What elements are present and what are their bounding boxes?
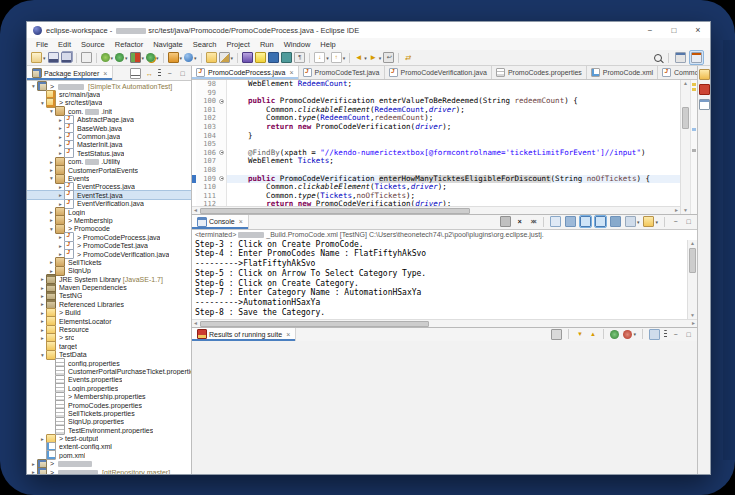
tree-expand-arrow[interactable]: ▸ xyxy=(57,184,64,190)
tree-expand-arrow[interactable]: ▸ xyxy=(48,159,55,165)
menu-navigate[interactable]: Navigate xyxy=(148,40,188,49)
console-remove-all-terminated-button[interactable]: ×× xyxy=(527,215,538,228)
tree-item[interactable]: ▸> PromoCodeVerification.java xyxy=(27,250,191,258)
menu-run[interactable]: Run xyxy=(255,40,279,49)
scroll-right-icon[interactable]: ► xyxy=(674,207,679,214)
pe-maximize-view-button[interactable]: □ xyxy=(177,67,188,80)
tb-last-edit-location-button[interactable]: ↩ xyxy=(382,51,395,64)
tree-item[interactable]: ▾TestData xyxy=(27,351,191,359)
close-button[interactable]: × xyxy=(686,22,710,38)
tree-item[interactable]: ▸Common.java xyxy=(27,132,191,140)
tb-back-history-button[interactable]: ◄▾ xyxy=(353,51,368,64)
tree-expand-arrow[interactable]: ▸ xyxy=(57,201,64,207)
scroll-up-icon[interactable]: ▲ xyxy=(681,80,690,87)
tree-expand-arrow[interactable]: ▸ xyxy=(57,150,64,156)
code-line[interactable]: 100 public PromoCodeVerification enterVa… xyxy=(192,97,680,106)
tab-package-explorer[interactable]: Package Explorer × xyxy=(27,66,113,80)
tree-item[interactable]: pom.xml xyxy=(27,451,191,459)
menu-source[interactable]: Source xyxy=(76,40,110,49)
code-line[interactable]: 103 return new PromoCodeVerification(dri… xyxy=(192,123,680,132)
close-view-icon[interactable]: × xyxy=(103,70,107,77)
tb-perspective-java-button[interactable] xyxy=(689,50,704,65)
close-results-icon[interactable]: × xyxy=(286,331,290,338)
code-line[interactable]: 109 public PromoCodeVerification enterHo… xyxy=(192,175,680,184)
tree-item[interactable]: ▸MasterInit.java xyxy=(27,141,191,149)
editor-tab-promocodes-properties[interactable]: PromoCodes.properties xyxy=(492,66,587,79)
tree-item[interactable]: ▸TestStatus.java xyxy=(27,149,191,157)
scroll-left-icon[interactable]: ◄ xyxy=(193,207,198,214)
h-scroll-thumb[interactable] xyxy=(200,208,470,214)
minimized-view-outline-icon[interactable] xyxy=(699,99,710,110)
tb-debug-button[interactable]: ▾ xyxy=(100,51,115,64)
editor-horizontal-scrollbar[interactable]: ◄ ► xyxy=(192,206,680,214)
tb-open-perspective-button[interactable] xyxy=(241,51,254,64)
tree-item[interactable]: ▸SellTickets xyxy=(27,258,191,266)
console-maximize-view-button[interactable]: □ xyxy=(683,215,694,228)
fold-collapse-icon[interactable] xyxy=(219,99,224,104)
results-rerun-failed-tests-button[interactable]: ▾ xyxy=(622,328,637,341)
pe-view-menu-button[interactable] xyxy=(157,67,162,80)
tree-expand-arrow[interactable]: ▸ xyxy=(39,301,46,307)
tree-item[interactable]: > Membership.properties xyxy=(27,392,191,400)
tb-open-web-browser-button[interactable]: ▾ xyxy=(183,51,198,64)
tree-expand-arrow[interactable]: ▸ xyxy=(39,436,46,442)
tree-item[interactable]: CustomerPortalPurchaseTicket.properties xyxy=(27,367,191,375)
pe-minimize-view-button[interactable]: − xyxy=(164,67,175,80)
pe-collapse-all-button[interactable] xyxy=(129,67,142,80)
pe-link-with-editor-button[interactable]: ↔ xyxy=(144,67,155,80)
close-tab-icon[interactable]: × xyxy=(289,69,293,76)
tree-item[interactable]: config.properties xyxy=(27,359,191,367)
console-scroll-up-icon[interactable]: ▲ xyxy=(688,240,697,247)
tree-collapse-arrow[interactable]: ▾ xyxy=(39,352,46,358)
tree-expand-arrow[interactable]: ▸ xyxy=(48,217,55,223)
editor-tab-promocodetest-java[interactable]: PromoCodeTest.java xyxy=(299,66,385,79)
tb-forward-history-button[interactable]: ►▾ xyxy=(368,51,383,64)
console-display-selected-console-button[interactable]: ▾ xyxy=(624,215,641,228)
title-bar[interactable]: eclipse-workspace - src/test/java/Promoc… xyxy=(27,22,710,38)
tb-run-button[interactable]: ▾ xyxy=(114,51,129,64)
tree-item[interactable]: ▾> src/test/java xyxy=(27,99,191,107)
editor-tab-promocode-xml[interactable]: PromoCode.xml xyxy=(587,66,658,79)
tree-expand-arrow[interactable]: ▸ xyxy=(57,142,64,148)
console-scroll-lock-button[interactable] xyxy=(564,215,577,228)
code-lines[interactable]: 98 WebElement RedeemCount;99100 public P… xyxy=(192,80,680,206)
minimized-view-search-icon[interactable] xyxy=(699,69,710,80)
tree-item[interactable]: SellTickets.properties xyxy=(27,409,191,417)
tree-expand-arrow[interactable]: ▸ xyxy=(30,461,37,467)
tb-search-button[interactable]: ▾ xyxy=(218,51,235,64)
tree-item[interactable]: PromoCodes.properties xyxy=(27,401,191,409)
console-h-thumb[interactable] xyxy=(200,321,429,327)
menu-window[interactable]: Window xyxy=(279,40,316,49)
minimized-view-testng-icon[interactable] xyxy=(699,84,710,95)
console-terminate-button[interactable] xyxy=(499,215,512,228)
tb-save-button[interactable] xyxy=(47,51,60,64)
code-line[interactable]: 98 WebElement RedeemCount; xyxy=(192,80,680,89)
console-show-on-stdout-button[interactable] xyxy=(594,215,607,228)
code-line[interactable]: 108 xyxy=(192,166,680,175)
overview-ruler[interactable] xyxy=(690,80,697,214)
tree-expand-arrow[interactable]: ▸ xyxy=(57,192,64,198)
results-filter-button[interactable] xyxy=(550,328,563,341)
tree-expand-arrow[interactable]: ▸ xyxy=(57,134,64,140)
tree-expand-arrow[interactable]: ▸ xyxy=(39,327,46,333)
code-line[interactable]: 106 @FindBy(xpath = "//kendo-numerictext… xyxy=(192,149,680,158)
tb-link-with-editor-button[interactable]: ⇄ xyxy=(402,51,413,64)
menu-file[interactable]: File xyxy=(31,40,53,49)
fold-collapse-icon[interactable] xyxy=(219,176,224,181)
tree-item[interactable]: ▸EventTest.java xyxy=(27,191,191,199)
tb-coverage-button[interactable]: ▾ xyxy=(129,51,146,64)
tree-expand-arrow[interactable]: ▸ xyxy=(39,335,46,341)
close-console-icon[interactable]: × xyxy=(239,218,243,225)
tree-collapse-arrow[interactable]: ▾ xyxy=(30,83,37,89)
tb-new-wizard-button[interactable]: ▾ xyxy=(30,51,47,64)
tb-new-java-project-button[interactable]: ▾ xyxy=(167,51,184,64)
tree-item[interactable]: Events.properties xyxy=(27,376,191,384)
console-word-wrap-button[interactable] xyxy=(579,215,592,228)
tree-item[interactable]: ▾com..init xyxy=(27,107,191,115)
console-vertical-scrollbar[interactable]: ▲ ▼ xyxy=(687,240,697,319)
tab-results-of-running-suite[interactable]: Results of running suite × xyxy=(192,328,296,341)
tb-previous-annotation-button[interactable]: ↑▾ xyxy=(330,51,347,64)
annotation-mark[interactable] xyxy=(692,83,696,86)
tb-run-last-tool-button[interactable]: ▾ xyxy=(145,51,160,64)
tree-item[interactable]: ▸CustomerPortalEvents xyxy=(27,166,191,174)
